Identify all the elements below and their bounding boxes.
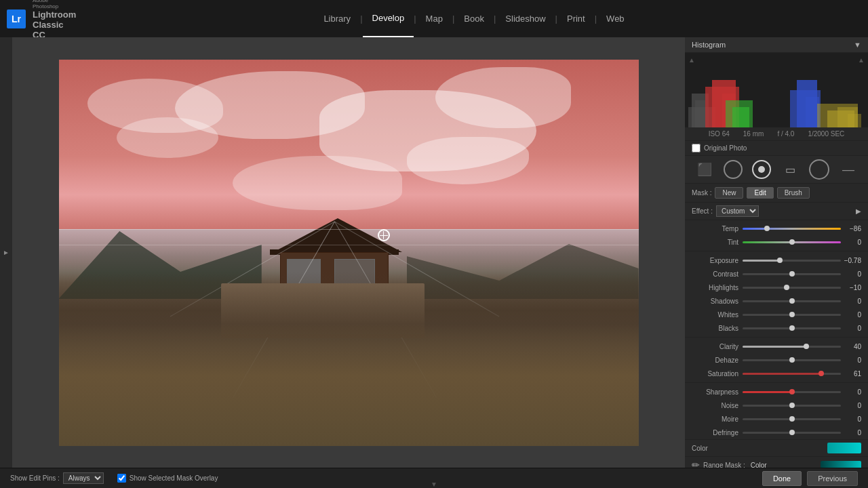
done-button[interactable]: Done xyxy=(762,471,802,486)
mask-control-point[interactable] xyxy=(378,229,390,241)
slider-sharpness-track[interactable] xyxy=(743,391,841,393)
effect-row: Effect : Custom ▶ xyxy=(685,203,868,220)
photo-area xyxy=(12,37,685,468)
slider-tint-value: 0 xyxy=(841,239,861,246)
slider-sharpness-thumb[interactable] xyxy=(789,389,795,394)
slider-blacks-thumb[interactable] xyxy=(789,325,795,331)
slider-noise: Noise 0 xyxy=(685,399,868,412)
mask-brush-btn[interactable]: Brush xyxy=(777,187,810,199)
slider-exposure-fill xyxy=(743,260,780,262)
slider-contrast-track[interactable] xyxy=(743,273,841,275)
slider-shadows-thumb[interactable] xyxy=(789,298,795,304)
range-mask-value: Color xyxy=(751,462,767,468)
slider-clarity-label: Clarity xyxy=(692,343,743,350)
histogram-panel: ▲ ▲ xyxy=(685,53,868,127)
slider-saturation-thumb[interactable] xyxy=(818,371,824,376)
nav-develop[interactable]: Develop xyxy=(363,0,414,37)
slider-noise-track[interactable] xyxy=(743,405,841,407)
previous-button[interactable]: Previous xyxy=(807,471,858,486)
slider-moire-track[interactable] xyxy=(743,418,841,420)
svg-rect-7 xyxy=(732,107,749,127)
slider-temp-thumb[interactable] xyxy=(764,226,770,231)
range-mask-row: ✏ Range Mask : Color xyxy=(685,456,868,468)
tool-circle-lg[interactable] xyxy=(809,159,829,180)
original-photo-row: Original Photo xyxy=(685,141,868,156)
slider-defringe-thumb[interactable] xyxy=(789,430,795,435)
effect-select[interactable]: Custom xyxy=(716,205,759,217)
slider-defringe-label: Defringe xyxy=(692,429,743,436)
original-photo-label: Original Photo xyxy=(704,144,747,152)
slider-sharpness: Sharpness 0 xyxy=(685,385,868,399)
slider-temp: Temp −86 xyxy=(685,222,868,235)
slider-sharpness-value: 0 xyxy=(841,388,861,396)
slider-moire-thumb[interactable] xyxy=(789,416,795,422)
left-panel-toggle[interactable]: ► xyxy=(0,37,12,468)
mask-new-btn[interactable]: New xyxy=(715,187,743,199)
nav-print[interactable]: Print xyxy=(557,0,595,37)
nav-book[interactable]: Book xyxy=(454,0,494,37)
slider-whites-track[interactable] xyxy=(743,314,841,316)
slider-contrast: Contrast 0 xyxy=(685,267,868,281)
slider-exposure-thumb[interactable] xyxy=(777,258,783,263)
slider-defringe-track[interactable] xyxy=(743,432,841,434)
tool-circle-empty[interactable] xyxy=(724,160,743,179)
slider-dehaze-thumb[interactable] xyxy=(789,357,795,363)
bottom-bar: Show Edit Pins : Always Show Selected Ma… xyxy=(0,468,868,488)
lr-badge: Lr xyxy=(7,9,26,28)
tool-rect[interactable]: ▭ xyxy=(781,160,800,179)
show-edit-pins-select[interactable]: Always xyxy=(63,472,104,484)
histogram-arrows: ▲ ▲ xyxy=(685,56,868,64)
slider-whites: Whites 0 xyxy=(685,308,868,321)
slider-moire: Moire 0 xyxy=(685,412,868,426)
slider-saturation-track[interactable] xyxy=(743,373,841,375)
slider-whites-thumb[interactable] xyxy=(789,312,795,317)
slider-defringe-value: 0 xyxy=(841,429,861,436)
app-logo: Adobe Photoshop Lightroom Classic CC xyxy=(26,0,80,37)
tool-icons-row: ⬛ ▭ — xyxy=(685,156,868,184)
slider-tint-thumb[interactable] xyxy=(789,239,795,245)
slider-contrast-thumb[interactable] xyxy=(789,271,795,277)
slider-blacks-track[interactable] xyxy=(743,327,841,329)
color-label: Color xyxy=(692,445,708,452)
mask-edit-btn[interactable]: Edit xyxy=(747,187,773,199)
mask-row: Mask : New Edit Brush xyxy=(685,184,868,203)
slider-tint-track[interactable] xyxy=(743,241,841,243)
histogram-dropdown-icon[interactable]: ▼ xyxy=(854,41,861,49)
exif-bar: ISO 64 16 mm f / 4.0 1/2000 SEC xyxy=(685,127,868,141)
slider-saturation-label: Saturation xyxy=(692,370,743,378)
range-mask-gradient[interactable] xyxy=(821,461,861,468)
tool-basic[interactable]: ⬛ xyxy=(695,160,714,179)
histogram-left-arrow[interactable]: ▲ xyxy=(688,56,695,64)
eyedropper-icon[interactable]: ✏ xyxy=(692,460,700,468)
exif-focal: 16 mm xyxy=(743,130,764,138)
slider-dehaze-value: 0 xyxy=(841,357,861,364)
slider-clarity-thumb[interactable] xyxy=(804,344,809,349)
slider-exposure-track[interactable] xyxy=(743,260,841,262)
show-mask-overlay-checkbox[interactable] xyxy=(117,474,126,483)
histogram-header: Histogram ▼ xyxy=(685,37,868,53)
exif-aperture: f / 4.0 xyxy=(777,130,794,138)
photo-ground-overlay xyxy=(59,272,639,446)
nav-map[interactable]: Map xyxy=(416,0,452,37)
nav-library[interactable]: Library xyxy=(314,0,360,37)
slider-sharpness-label: Sharpness xyxy=(692,388,743,396)
nav-slideshow[interactable]: Slideshow xyxy=(496,0,555,37)
slider-dehaze-track[interactable] xyxy=(743,359,841,361)
slider-noise-thumb[interactable] xyxy=(789,403,795,408)
tool-circle-filled[interactable] xyxy=(752,160,771,179)
nav-web[interactable]: Web xyxy=(597,0,634,37)
slider-highlights-value: −10 xyxy=(841,284,861,291)
histogram-right-arrow[interactable]: ▲ xyxy=(858,56,865,64)
slider-moire-value: 0 xyxy=(841,415,861,423)
slider-highlights-track[interactable] xyxy=(743,287,841,289)
slider-highlights-thumb[interactable] xyxy=(784,285,789,290)
histogram-title: Histogram xyxy=(692,41,726,49)
slider-contrast-value: 0 xyxy=(841,270,861,278)
slider-clarity-track[interactable] xyxy=(743,346,841,348)
slider-temp-track[interactable] xyxy=(743,228,841,230)
color-swatch[interactable] xyxy=(827,443,861,453)
slider-shadows-track[interactable] xyxy=(743,300,841,302)
tool-line[interactable]: — xyxy=(839,160,858,179)
original-photo-checkbox[interactable] xyxy=(692,144,701,152)
photo-container[interactable] xyxy=(59,60,639,446)
